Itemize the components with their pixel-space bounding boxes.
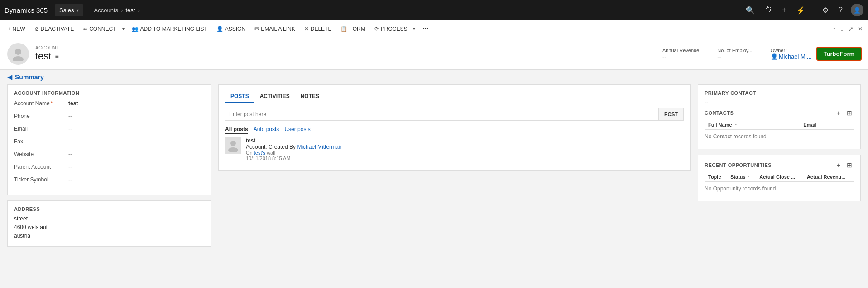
history-icon[interactable]: ⏱ xyxy=(763,4,774,16)
owner-value[interactable]: 👤Michael Mi... xyxy=(771,53,812,60)
assign-button[interactable]: 👤 ASSIGN xyxy=(213,24,249,34)
phone-field: Phone -- xyxy=(14,113,204,123)
opp-col-close: Actual Close ... xyxy=(756,172,803,182)
left-column: ACCOUNT INFORMATION Account Name * test … xyxy=(7,84,211,252)
filter-user-posts[interactable]: User posts xyxy=(284,125,310,134)
breadcrumb-accounts[interactable]: Accounts xyxy=(94,7,118,14)
process-icon: ⟳ xyxy=(374,26,379,32)
filter-icon[interactable]: ⚡ xyxy=(795,4,807,16)
filter-all-posts[interactable]: All posts xyxy=(225,125,248,134)
process-button[interactable]: ⟳ PROCESS xyxy=(371,24,411,34)
opp-col-status: Status ↑ xyxy=(727,172,756,182)
account-name-field: Account Name * test xyxy=(14,100,204,110)
post-button[interactable]: POST xyxy=(658,108,683,120)
expand-button[interactable]: ⤢ xyxy=(846,24,855,34)
posts-section: POSTS ACTIVITIES NOTES POST All posts Au… xyxy=(218,84,691,171)
settings-icon[interactable]: ⚙ xyxy=(820,4,830,16)
post-body: Account: Created By Michael Mittermair xyxy=(246,144,684,150)
tab-posts[interactable]: POSTS xyxy=(225,90,254,103)
scroll-down-button[interactable]: ↓ xyxy=(839,24,845,34)
website-field: Website -- xyxy=(14,151,204,161)
owner-label: Owner* xyxy=(771,48,812,53)
address-header: ADDRESS xyxy=(14,206,204,212)
record-type-label: ACCOUNT xyxy=(35,45,59,50)
connect-split-chevron[interactable]: ▾ xyxy=(120,24,126,33)
required-indicator: * xyxy=(51,100,53,107)
contacts-table: Full Name ↑ Email No Contact records fou… xyxy=(705,120,854,143)
connect-icon: ⇔ xyxy=(83,26,87,32)
opportunities-view-button[interactable]: ⊞ xyxy=(845,161,854,170)
contacts-col-fullname: Full Name ↑ xyxy=(705,120,800,130)
summary-title[interactable]: ◀ Summary xyxy=(7,73,861,81)
post-input[interactable] xyxy=(225,108,658,120)
no-contacts-msg: No Contact records found. xyxy=(705,130,854,143)
search-icon[interactable]: 🔍 xyxy=(744,4,757,16)
module-chevron-icon: ▾ xyxy=(77,8,79,13)
account-name-value[interactable]: test xyxy=(68,100,78,107)
phone-value[interactable]: -- xyxy=(68,113,72,119)
parent-account-label: Parent Account xyxy=(14,164,68,170)
post-item: test Account: Created By Michael Mitterm… xyxy=(225,137,684,161)
ticker-symbol-label: Ticker Symbol xyxy=(14,176,68,183)
new-record-icon[interactable]: + xyxy=(780,4,789,17)
recent-opportunities-section: RECENT OPPORTUNITIES + ⊞ Topic Status ↑ … xyxy=(698,155,861,201)
help-icon[interactable]: ? xyxy=(837,4,844,16)
opportunities-table: Topic Status ↑ Actual Close ... Actual R… xyxy=(705,172,854,195)
posts-tabs: POSTS ACTIVITIES NOTES xyxy=(225,90,684,103)
svg-point-1 xyxy=(13,56,24,61)
email-link-button[interactable]: ✉ EMAIL A LINK xyxy=(251,24,299,34)
num-employees-field: No. of Employ... -- xyxy=(717,48,752,60)
process-split-chevron[interactable]: ▾ xyxy=(411,24,417,33)
svg-point-0 xyxy=(15,49,21,55)
fax-value[interactable]: -- xyxy=(68,138,72,145)
record-header-fields: Annual Revenue -- No. of Employ... -- Ow… xyxy=(662,48,812,60)
user-avatar[interactable]: 👤 xyxy=(851,4,863,16)
post-content: test Account: Created By Michael Mitterm… xyxy=(246,137,684,161)
tab-activities[interactable]: ACTIVITIES xyxy=(254,90,295,103)
breadcrumb-current: test xyxy=(125,7,135,14)
tab-notes[interactable]: NOTES xyxy=(295,90,325,103)
sort-icon: ↑ xyxy=(735,122,737,127)
scroll-up-button[interactable]: ↑ xyxy=(831,24,838,34)
form-button[interactable]: 📋 FORM xyxy=(337,24,369,34)
add-to-marketing-list-button[interactable]: 👥 ADD TO MARKETING LIST xyxy=(128,24,211,34)
record-menu-icon[interactable]: ≡ xyxy=(55,53,58,60)
close-button[interactable]: ✕ xyxy=(856,25,864,33)
breadcrumb: Accounts › test › xyxy=(89,7,143,14)
account-info-header: ACCOUNT INFORMATION xyxy=(14,90,204,96)
contacts-add-button[interactable]: + xyxy=(835,108,842,117)
no-opportunities-msg: No Opportunity records found. xyxy=(705,182,854,195)
num-employees-value: -- xyxy=(717,53,752,60)
deactivate-button[interactable]: ⊘ DEACTIVATE xyxy=(31,24,78,34)
opportunities-add-button[interactable]: + xyxy=(835,161,842,170)
post-link[interactable]: Michael Mittermair xyxy=(297,144,341,150)
connect-button[interactable]: ⇔ CONNECT xyxy=(79,24,120,34)
turboform-button[interactable]: TurboForm xyxy=(817,48,861,60)
command-bar: + NEW ⊘ DEACTIVATE ⇔ CONNECT ▾ 👥 ADD TO … xyxy=(0,20,868,38)
record-avatar xyxy=(7,43,29,65)
content-columns: ACCOUNT INFORMATION Account Name * test … xyxy=(0,84,868,252)
website-value[interactable]: -- xyxy=(68,151,72,157)
account-name-label: Account Name * xyxy=(14,100,68,107)
address-section: ADDRESS street 4600 wels aut austria xyxy=(7,200,211,247)
parent-account-value[interactable]: -- xyxy=(68,164,72,170)
record-name: test xyxy=(35,50,51,62)
address-street: street xyxy=(14,215,204,223)
email-value[interactable]: -- xyxy=(68,126,72,132)
middle-column: POSTS ACTIVITIES NOTES POST All posts Au… xyxy=(211,84,698,252)
contacts-view-button[interactable]: ⊞ xyxy=(845,108,854,117)
contacts-actions: + ⊞ xyxy=(835,108,854,117)
post-wall-link[interactable]: test's xyxy=(254,150,265,156)
primary-contact-section: Primary Contact -- CONTACTS + ⊞ Ful xyxy=(698,84,861,149)
email-label: Email xyxy=(14,126,68,132)
delete-button[interactable]: ✕ DELETE xyxy=(301,24,336,34)
filter-auto-posts[interactable]: Auto posts xyxy=(254,125,279,134)
connect-button-group: ⇔ CONNECT ▾ xyxy=(79,24,126,34)
new-button[interactable]: + NEW xyxy=(4,24,29,34)
opp-col-revenue: Actual Revenu... xyxy=(803,172,854,182)
add-list-icon: 👥 xyxy=(132,26,139,32)
more-button[interactable]: ••• xyxy=(419,24,432,34)
website-label: Website xyxy=(14,151,68,157)
ticker-symbol-value[interactable]: -- xyxy=(68,176,72,183)
module-selector[interactable]: Sales ▾ xyxy=(55,4,83,16)
